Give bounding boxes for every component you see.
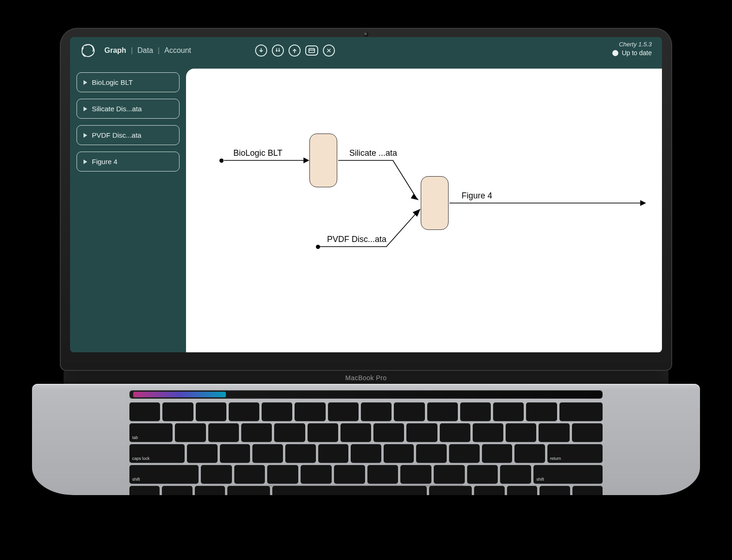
key [234, 465, 265, 484]
edge-box1-to-box2-top [337, 157, 425, 208]
edge-pvdf-to-box2 [317, 207, 424, 251]
laptop-base: tab caps lockreturn shiftshift fncontrol… [32, 384, 700, 495]
sidebar-item-label: BioLogic BLT [92, 78, 133, 86]
trackpad-edge [269, 485, 463, 487]
nav-tab-account[interactable]: Account [164, 46, 191, 55]
sidebar: BioLogic BLT Silicate Dis...ata PVDF Dis… [70, 64, 186, 352]
app-body: BioLogic BLT Silicate Dis...ata PVDF Dis… [70, 64, 662, 352]
laptop-lid: Graph | Data | Account [60, 28, 672, 371]
key [367, 465, 398, 484]
nav-tab-data[interactable]: Data [137, 46, 153, 55]
key [427, 402, 458, 421]
key [394, 402, 424, 421]
key [416, 444, 447, 463]
sidebar-item-silicate[interactable]: Silicate Dis...ata [77, 99, 180, 119]
sync-status: Up to date [612, 49, 652, 57]
key [301, 465, 332, 484]
key [308, 423, 338, 442]
toolbar [255, 45, 335, 57]
key [526, 402, 557, 421]
edge-box2-to-output [449, 199, 648, 209]
key: fn [129, 486, 160, 495]
key [449, 444, 480, 463]
triangle-icon [83, 159, 87, 164]
key [400, 465, 431, 484]
key: option [474, 486, 504, 495]
key [539, 423, 569, 442]
key [559, 402, 603, 421]
sidebar-item-label: Figure 4 [92, 158, 117, 165]
key [493, 402, 524, 421]
card-icon[interactable] [305, 45, 318, 56]
close-icon[interactable] [323, 45, 335, 57]
key [572, 486, 603, 495]
key [514, 444, 545, 463]
laptop-hinge: MacBook Pro [64, 371, 668, 385]
app-window: Graph | Data | Account [70, 37, 662, 352]
key [506, 423, 536, 442]
app-logo-icon [80, 43, 96, 58]
key [460, 402, 491, 421]
process-node-1[interactable] [309, 134, 337, 187]
key [187, 444, 218, 463]
process-node-2[interactable] [421, 176, 449, 230]
key [572, 423, 603, 442]
key: caps lock [129, 444, 185, 463]
triangle-icon [83, 107, 87, 111]
key [196, 402, 226, 421]
key [175, 423, 205, 442]
sync-dot-icon [612, 50, 618, 56]
keyboard: tab caps lockreturn shiftshift fncontrol… [129, 402, 603, 495]
key [467, 465, 498, 484]
key: command [227, 486, 270, 495]
edge-biologic-to-box1 [219, 157, 312, 166]
key [507, 486, 537, 495]
sidebar-item-pvdf[interactable]: PVDF Disc...ata [77, 125, 180, 145]
key [500, 465, 531, 484]
graph-canvas[interactable]: BioLogic BLT Silicate ...ata [186, 69, 662, 352]
sidebar-item-label: PVDF Disc...ata [92, 131, 141, 139]
key: shift [129, 465, 199, 484]
key: return [547, 444, 603, 463]
key [274, 423, 305, 442]
key [201, 465, 232, 484]
download-icon[interactable] [255, 45, 267, 57]
triangle-icon [83, 133, 87, 138]
main-nav: Graph | Data | Account [104, 46, 191, 55]
sidebar-item-biologic[interactable]: BioLogic BLT [77, 72, 180, 92]
key: tab [129, 423, 173, 442]
key [328, 402, 359, 421]
triangle-icon [83, 80, 87, 85]
key [361, 402, 392, 421]
key [267, 465, 298, 484]
key [351, 444, 381, 463]
sidebar-item-figure4[interactable]: Figure 4 [77, 152, 180, 172]
key [434, 465, 465, 484]
key [252, 444, 283, 463]
key [262, 402, 292, 421]
app-header: Graph | Data | Account [70, 37, 662, 64]
key [473, 423, 503, 442]
key [208, 423, 239, 442]
nav-tab-graph[interactable]: Graph [104, 46, 126, 55]
key [482, 444, 513, 463]
camera-dot [364, 32, 368, 37]
canvas-area: BioLogic BLT Silicate ...ata [186, 64, 662, 352]
upload-icon[interactable] [289, 45, 301, 57]
header-status: Cherty 1.5.3 Up to date [612, 41, 652, 57]
key [220, 444, 250, 463]
hardware-label: MacBook Pro [345, 374, 387, 382]
key: command [429, 486, 472, 495]
key [162, 402, 193, 421]
key [539, 486, 570, 495]
key-spacebar [272, 486, 427, 495]
svg-marker-3 [304, 158, 308, 163]
nav-divider: | [158, 46, 160, 55]
key: control [162, 486, 192, 495]
key [229, 402, 259, 421]
key: option [195, 486, 225, 495]
key [285, 444, 316, 463]
download-many-icon[interactable] [272, 45, 284, 57]
app-version-label: Cherty 1.5.3 [612, 41, 652, 48]
svg-marker-7 [641, 201, 645, 205]
